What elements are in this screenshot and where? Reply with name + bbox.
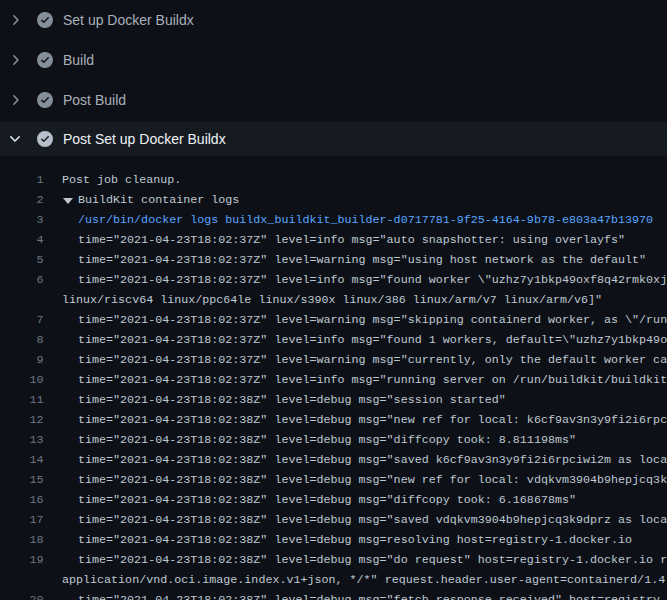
chevron-right-icon	[7, 92, 23, 108]
log-group-title: BuildKit container logs	[78, 193, 239, 207]
steps-list: Set up Docker Buildx Build Post Build Po…	[0, 0, 667, 156]
log-text: time="2021-04-23T18:02:37Z" level=warnin…	[44, 350, 667, 370]
log-text: time="2021-04-23T18:02:38Z" level=debug …	[44, 490, 576, 510]
line-number[interactable]: 2	[0, 190, 44, 210]
chevron-right-icon	[7, 12, 23, 28]
line-number[interactable]: 6	[0, 270, 44, 290]
log-line: 15time="2021-04-23T18:02:38Z" level=debu…	[0, 470, 667, 490]
log-line-continuation: application/vnd.oci.image.index.v1+json,…	[0, 570, 667, 590]
log-text: time="2021-04-23T18:02:38Z" level=debug …	[44, 590, 667, 600]
log-text: time="2021-04-23T18:02:37Z" level=warnin…	[44, 310, 667, 330]
check-circle-icon	[37, 131, 53, 147]
line-number	[0, 570, 44, 590]
log-line: 13time="2021-04-23T18:02:38Z" level=debu…	[0, 430, 667, 450]
log-text: time="2021-04-23T18:02:38Z" level=debug …	[44, 450, 667, 470]
line-number[interactable]: 3	[0, 210, 44, 230]
log-line: 6time="2021-04-23T18:02:37Z" level=info …	[0, 270, 667, 290]
step-label: Build	[63, 52, 94, 68]
log-line: 4time="2021-04-23T18:02:37Z" level=info …	[0, 230, 667, 250]
log-text: time="2021-04-23T18:02:38Z" level=debug …	[44, 530, 633, 550]
chevron-right-icon	[7, 52, 23, 68]
log-text: application/vnd.oci.image.index.v1+json,…	[44, 570, 666, 590]
log-text: Post job cleanup.	[44, 170, 182, 190]
log-text: time="2021-04-23T18:02:37Z" level=info m…	[44, 270, 667, 290]
log-line: 8time="2021-04-23T18:02:37Z" level=info …	[0, 330, 667, 350]
step-label: Set up Docker Buildx	[63, 12, 194, 28]
log-group-header-text[interactable]: BuildKit container logs	[44, 190, 240, 210]
log-line: 20time="2021-04-23T18:02:38Z" level=debu…	[0, 590, 667, 600]
line-number[interactable]: 17	[0, 510, 44, 530]
log-line: 18time="2021-04-23T18:02:38Z" level=debu…	[0, 530, 667, 550]
check-circle-icon	[37, 92, 53, 108]
log-line: 14time="2021-04-23T18:02:38Z" level=debu…	[0, 450, 667, 470]
line-number[interactable]: 16	[0, 490, 44, 510]
line-number[interactable]: 18	[0, 530, 44, 550]
line-number[interactable]: 8	[0, 330, 44, 350]
line-number	[0, 290, 44, 310]
line-number[interactable]: 9	[0, 350, 44, 370]
line-number[interactable]: 15	[0, 470, 44, 490]
step-header-set-up-docker-buildx[interactable]: Set up Docker Buildx	[0, 0, 667, 40]
triangle-down-icon	[62, 190, 78, 210]
log-command-text: /usr/bin/docker logs buildx_buildkit_bui…	[44, 210, 654, 230]
log-text: time="2021-04-23T18:02:37Z" level=warnin…	[44, 250, 647, 270]
log-text: time="2021-04-23T18:02:37Z" level=info m…	[44, 370, 667, 390]
line-number[interactable]: 1	[0, 170, 44, 190]
line-number[interactable]: 20	[0, 590, 44, 600]
line-number[interactable]: 11	[0, 390, 44, 410]
log-line: 10time="2021-04-23T18:02:37Z" level=info…	[0, 370, 667, 390]
log-line: 12time="2021-04-23T18:02:38Z" level=debu…	[0, 410, 667, 430]
step-label: Post Build	[63, 92, 126, 108]
log-text: time="2021-04-23T18:02:38Z" level=debug …	[44, 550, 667, 570]
check-circle-icon	[37, 52, 53, 68]
log-line: 19time="2021-04-23T18:02:38Z" level=debu…	[0, 550, 667, 570]
line-number[interactable]: 13	[0, 430, 44, 450]
step-header-post-set-up-docker-buildx[interactable]: Post Set up Docker Buildx	[0, 122, 667, 156]
log-text: time="2021-04-23T18:02:38Z" level=debug …	[44, 510, 667, 530]
log-text: time="2021-04-23T18:02:38Z" level=debug …	[44, 430, 576, 450]
log-line-continuation: linux/riscv64 linux/ppc64le linux/s390x …	[0, 290, 667, 310]
log-text: time="2021-04-23T18:02:38Z" level=debug …	[44, 470, 667, 490]
log-line: 9time="2021-04-23T18:02:37Z" level=warni…	[0, 350, 667, 370]
line-number[interactable]: 19	[0, 550, 44, 570]
line-number[interactable]: 5	[0, 250, 44, 270]
log-line: 1Post job cleanup.	[0, 170, 667, 190]
step-header-build[interactable]: Build	[0, 40, 667, 80]
log-text: time="2021-04-23T18:02:37Z" level=info m…	[44, 230, 626, 250]
log-line: 3/usr/bin/docker logs buildx_buildkit_bu…	[0, 210, 667, 230]
step-label: Post Set up Docker Buildx	[63, 131, 226, 147]
log-viewer: 1Post job cleanup.2BuildKit container lo…	[0, 156, 667, 600]
check-circle-icon	[37, 12, 53, 28]
line-number[interactable]: 10	[0, 370, 44, 390]
log-text: linux/riscv64 linux/ppc64le linux/s390x …	[44, 290, 603, 310]
log-line: 16time="2021-04-23T18:02:38Z" level=debu…	[0, 490, 667, 510]
log-text: time="2021-04-23T18:02:38Z" level=debug …	[44, 410, 667, 430]
line-number[interactable]: 14	[0, 450, 44, 470]
line-number[interactable]: 4	[0, 230, 44, 250]
log-line: 2BuildKit container logs	[0, 190, 667, 210]
line-number[interactable]: 7	[0, 310, 44, 330]
log-line: 7time="2021-04-23T18:02:37Z" level=warni…	[0, 310, 667, 330]
step-header-post-build[interactable]: Post Build	[0, 80, 667, 120]
chevron-down-icon	[7, 131, 23, 147]
line-number[interactable]: 12	[0, 410, 44, 430]
log-line: 5time="2021-04-23T18:02:37Z" level=warni…	[0, 250, 667, 270]
log-text: time="2021-04-23T18:02:37Z" level=info m…	[44, 330, 667, 350]
log-line: 11time="2021-04-23T18:02:38Z" level=debu…	[0, 390, 667, 410]
log-line: 17time="2021-04-23T18:02:38Z" level=debu…	[0, 510, 667, 530]
log-text: time="2021-04-23T18:02:38Z" level=debug …	[44, 390, 506, 410]
